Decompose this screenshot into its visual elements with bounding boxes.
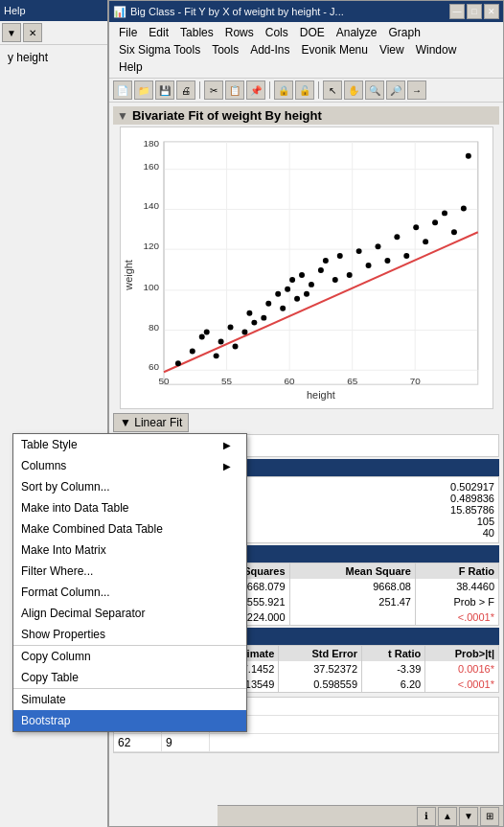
svg-text:180: 180 [143, 138, 159, 149]
var-col-4: F Ratio [415, 563, 498, 579]
status-info-icon[interactable]: ℹ [417, 807, 436, 826]
ctx-sort-by-column[interactable]: Sort by Column... [13, 476, 246, 497]
toolbar-sep-3 [318, 81, 319, 99]
ctx-copy-col-label: Copy Column [21, 650, 91, 663]
svg-point-35 [232, 343, 238, 349]
svg-point-54 [355, 248, 361, 254]
svg-point-64 [450, 229, 456, 235]
chart-collapse-icon[interactable]: ▼ [117, 109, 128, 123]
toolbar-zoom-out[interactable]: 🔎 [386, 80, 405, 100]
ctx-table-style-label: Table Style [21, 438, 78, 451]
svg-point-50 [322, 258, 328, 264]
linear-fit-button[interactable]: ▼ Linear Fit [113, 413, 189, 432]
toolbar-paste[interactable]: 📌 [246, 80, 265, 100]
title-bar-left: 📊 Big Class - Fit Y by X of weight by he… [113, 6, 344, 18]
menu-file[interactable]: File [113, 24, 143, 41]
svg-point-45 [294, 296, 300, 302]
ctx-bootstrap[interactable]: Bootstrap [13, 710, 246, 731]
ctx-simulate-label: Simulate [21, 693, 66, 706]
toolbar-zoom-in[interactable]: 🔍 [365, 80, 384, 100]
ctx-table-style-arrow: ▶ [223, 440, 231, 450]
svg-point-31 [203, 330, 209, 335]
menu-help[interactable]: Help [113, 58, 149, 76]
ctx-show-properties[interactable]: Show Properties [13, 624, 246, 645]
ctx-bootstrap-label: Bootstrap [21, 714, 70, 727]
maximize-button[interactable]: □ [467, 4, 482, 19]
context-menu: Table Style ▶ Columns ▶ Sort by Column..… [12, 433, 247, 732]
close-left-panel-button[interactable]: ✕ [23, 23, 42, 42]
svg-text:height: height [307, 389, 335, 401]
menu-sixsigma[interactable]: Six Sigma Tools [113, 41, 206, 58]
left-panel-item-label: y height [8, 51, 48, 64]
ctx-show-props-label: Show Properties [21, 628, 105, 641]
toolbar-hand[interactable]: ✋ [344, 80, 363, 100]
toolbar-new[interactable]: 📄 [113, 80, 132, 100]
menu-window[interactable]: Window [410, 41, 463, 58]
ctx-make-combined-data-table[interactable]: Make Combined Data Table [13, 518, 246, 540]
ctx-copy-table[interactable]: Copy Table [13, 667, 246, 688]
ctx-table-style[interactable]: Table Style ▶ [13, 434, 246, 455]
menu-evonik[interactable]: Evonik Menu [296, 41, 374, 58]
window-title: Big Class - Fit Y by X of weight by heig… [130, 6, 344, 17]
toolbar-open[interactable]: 📁 [134, 80, 153, 100]
menu-addins[interactable]: Add-Ins [244, 41, 295, 58]
svg-point-53 [346, 272, 352, 278]
toolbar-print[interactable]: 🖨 [176, 80, 195, 100]
ctx-filter-where[interactable]: Filter Where... [13, 561, 246, 582]
menu-edit[interactable]: Edit [143, 24, 174, 41]
svg-point-57 [384, 258, 390, 264]
toolbar-pointer[interactable]: → [407, 80, 426, 100]
svg-point-29 [189, 348, 195, 354]
left-panel-header: Help [0, 0, 107, 21]
svg-rect-2 [164, 142, 478, 384]
menu-row-2: Six Sigma Tools Tools Add-Ins Evonik Men… [113, 41, 499, 58]
ctx-columns[interactable]: Columns ▶ [13, 455, 246, 476]
status-up-icon[interactable]: ▲ [438, 807, 457, 826]
toolbar-save[interactable]: 💾 [155, 80, 174, 100]
ctx-format-label: Format Column... [21, 586, 110, 599]
ctx-simulate[interactable]: Simulate [13, 688, 246, 710]
left-panel-item-height[interactable]: y height [4, 49, 103, 66]
svg-point-36 [241, 330, 247, 335]
toolbar-copy[interactable]: 📋 [225, 80, 244, 100]
menu-tools[interactable]: Tools [206, 41, 244, 58]
menu-row-1: File Edit Tables Rows Cols DOE Analyze G… [113, 24, 499, 41]
filter-button[interactable]: ▼ [2, 23, 21, 42]
toolbar-btn-b[interactable]: 🔓 [295, 80, 314, 100]
window-icon: 📊 [113, 6, 126, 18]
title-bar-controls: — □ ✕ [449, 4, 499, 19]
svg-point-66 [465, 153, 470, 159]
linear-fit-section: ▼ Linear Fit [113, 413, 499, 432]
table-row: 62 9 [114, 734, 498, 752]
minimize-button[interactable]: — [449, 4, 465, 19]
menu-bar: File Edit Tables Rows Cols DOE Analyze G… [109, 22, 503, 79]
ctx-make-data-table[interactable]: Make into Data Table [13, 497, 246, 518]
menu-cols[interactable]: Cols [260, 24, 294, 41]
est-col-4: Prob>|t| [425, 646, 498, 661]
svg-point-34 [227, 325, 233, 331]
menu-view[interactable]: View [374, 41, 410, 58]
ctx-copy-column[interactable]: Copy Column [13, 645, 246, 667]
svg-point-47 [304, 291, 309, 297]
ctx-format-column[interactable]: Format Column... [13, 582, 246, 603]
toolbar-btn-a[interactable]: 🔒 [274, 80, 293, 100]
status-grid-icon[interactable]: ⊞ [480, 807, 499, 826]
menu-rows[interactable]: Rows [219, 24, 260, 41]
ctx-make-matrix-label: Make Into Matrix [21, 543, 106, 557]
toolbar-sep-2 [269, 81, 270, 99]
ctx-make-combined-label: Make Combined Data Table [21, 522, 163, 536]
menu-tables[interactable]: Tables [174, 24, 219, 41]
menu-doe[interactable]: DOE [294, 24, 331, 41]
toolbar-select[interactable]: ↖ [323, 80, 342, 100]
status-down-icon[interactable]: ▼ [459, 807, 478, 826]
ctx-make-into-matrix[interactable]: Make Into Matrix [13, 540, 246, 561]
menu-graph[interactable]: Graph [382, 24, 425, 41]
close-button[interactable]: ✕ [484, 4, 499, 19]
svg-text:160: 160 [143, 161, 159, 172]
menu-analyze[interactable]: Analyze [331, 24, 383, 41]
svg-point-49 [317, 267, 323, 273]
fit-val-3: 15.85786 [450, 504, 494, 516]
ctx-align-decimal[interactable]: Align Decimal Separator [13, 603, 246, 624]
svg-point-44 [289, 277, 295, 283]
toolbar-cut[interactable]: ✂ [204, 80, 223, 100]
